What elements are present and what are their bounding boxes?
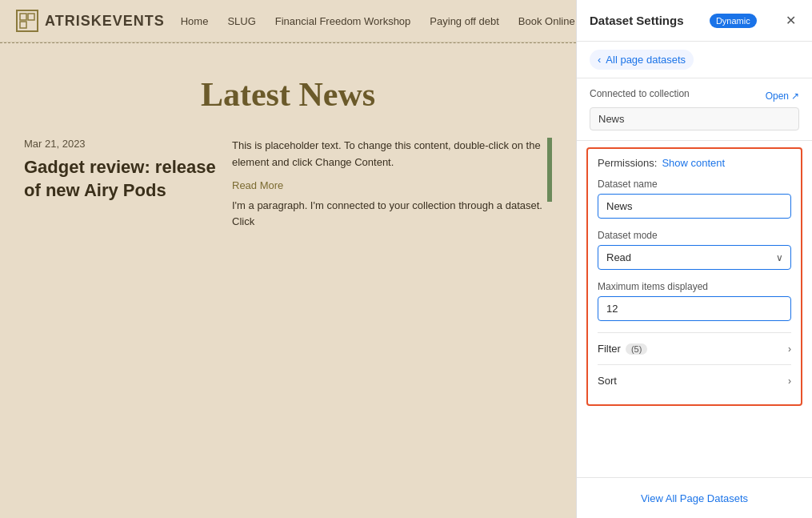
connected-row: Connected to collection Open ↗ (590, 88, 799, 104)
article-title: Gadget review: release of new Airy Pods (24, 156, 216, 202)
dataset-mode-wrapper: Read Write Read & Write ∨ (598, 245, 791, 270)
page-content: Latest News Mar 21, 2023 Gadget review: … (0, 43, 576, 255)
article-right: This is placeholder text. To change this… (232, 138, 552, 239)
open-link[interactable]: Open ↗ (766, 90, 799, 102)
logo-text: ATRISKEVENTS (45, 13, 165, 30)
filter-label: Filter (5) (598, 343, 647, 355)
site-logo: ATRISKEVENTS (16, 10, 165, 32)
accent-bar (547, 138, 552, 202)
chevron-left-icon: ‹ (598, 54, 601, 66)
max-items-group: Maximum items displayed (598, 281, 791, 321)
nav-home[interactable]: Home (181, 15, 209, 27)
nav-book[interactable]: Book Online (518, 15, 575, 27)
view-all-container: View All Page Datasets (577, 477, 812, 518)
nav-slug[interactable]: SLUG (227, 15, 255, 27)
close-button[interactable]: ✕ (782, 11, 799, 30)
sort-row[interactable]: Sort › (598, 364, 791, 396)
panel-title: Dataset Settings (590, 14, 684, 27)
nav-debt[interactable]: Paying off debt (430, 15, 499, 27)
sort-chevron-icon: › (788, 375, 791, 387)
site-nav: Home SLUG Financial Freedom Workshop Pay… (181, 15, 575, 27)
view-all-link[interactable]: View All Page Datasets (641, 492, 748, 504)
filter-chevron-icon: › (788, 343, 791, 355)
filter-count: (5) (626, 343, 647, 355)
article-left: Mar 21, 2023 Gadget review: release of n… (24, 138, 216, 239)
article-body-1: This is placeholder text. To change this… (232, 138, 552, 171)
website-preview: ATRISKEVENTS Home SLUG Financial Freedom… (0, 0, 576, 518)
dataset-name-group: Dataset name (598, 179, 791, 219)
filter-row[interactable]: Filter (5) › (598, 332, 791, 364)
dataset-mode-select[interactable]: Read Write Read & Write (598, 245, 791, 270)
back-link[interactable]: ‹ All page datasets (590, 50, 694, 70)
open-link-label: Open (766, 90, 789, 102)
dataset-mode-group: Dataset mode Read Write Read & Write ∨ (598, 230, 791, 270)
svg-rect-2 (20, 22, 26, 28)
highlighted-section: Permissions: Show content Dataset name D… (586, 147, 802, 406)
sort-label: Sort (598, 375, 617, 387)
svg-rect-3 (28, 14, 34, 20)
nav-financial[interactable]: Financial Freedom Workshop (275, 15, 411, 27)
collection-value: News (590, 107, 799, 131)
dataset-name-label: Dataset name (598, 179, 791, 190)
read-more-link[interactable]: Read More (232, 179, 552, 191)
max-items-input[interactable] (598, 296, 791, 321)
connected-label: Connected to collection (590, 88, 690, 99)
logo-icon (16, 10, 38, 32)
article-container: Mar 21, 2023 Gadget review: release of n… (24, 138, 552, 239)
show-content-link[interactable]: Show content (662, 157, 725, 169)
panel-header: Dataset Settings Dynamic ✕ (577, 0, 812, 42)
back-link-container: ‹ All page datasets (577, 42, 812, 78)
permissions-label: Permissions: (598, 157, 657, 169)
dataset-mode-label: Dataset mode (598, 230, 791, 241)
settings-panel: Dataset Settings Dynamic ✕ ‹ All page da… (576, 0, 812, 518)
max-items-label: Maximum items displayed (598, 281, 791, 292)
connected-section: Connected to collection Open ↗ News (577, 78, 812, 141)
article-date: Mar 21, 2023 (24, 138, 216, 150)
external-link-icon: ↗ (791, 90, 799, 102)
dynamic-badge: Dynamic (710, 14, 757, 28)
page-title: Latest News (24, 75, 552, 114)
site-header: ATRISKEVENTS Home SLUG Financial Freedom… (0, 0, 576, 42)
back-link-label: All page datasets (606, 54, 686, 66)
svg-rect-1 (20, 14, 26, 20)
article-body-2: I'm a paragraph. I'm connected to your c… (232, 198, 552, 231)
dataset-name-input[interactable] (598, 194, 791, 219)
permissions-row: Permissions: Show content (598, 157, 791, 169)
